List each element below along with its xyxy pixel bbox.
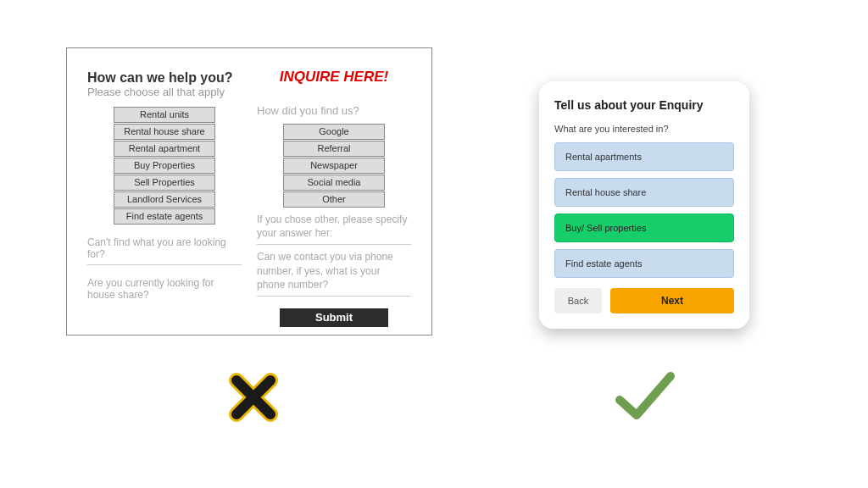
back-button[interactable]: Back [554, 288, 602, 313]
submit-button[interactable]: Submit [280, 308, 388, 327]
input-line[interactable] [257, 291, 411, 297]
option-rental-house-share[interactable]: Rental house share [554, 178, 734, 207]
findus-other[interactable]: Other [283, 191, 385, 208]
findus-google[interactable]: Google [283, 124, 385, 140]
option-find-estate-agents[interactable]: Find estate agents [554, 249, 734, 278]
option-sell-properties[interactable]: Sell Properties [114, 175, 215, 191]
option-landlord-services[interactable]: Landlord Services [114, 191, 215, 208]
findus-newspaper[interactable]: Newspaper [283, 158, 385, 174]
option-rental-apartments[interactable]: Rental apartments [554, 142, 734, 171]
card-actions: Back Next [554, 288, 734, 313]
cross-icon [226, 370, 281, 424]
option-rental-house-share[interactable]: Rental house share [114, 124, 215, 140]
option-buy-sell-properties[interactable]: Buy/ Sell properties [554, 214, 734, 242]
prompt-cant-find: Can't find what you are looking for? [87, 236, 242, 260]
inquire-heading: INQUIRE HERE! [257, 69, 411, 86]
good-form-example: Tell us about your Enquiry What are you … [539, 81, 749, 329]
other-specify-prompt: If you chose other, please specify your … [257, 213, 411, 240]
contact-phone-prompt: Can we contact you via phone number, if … [257, 250, 411, 291]
findus-social-media[interactable]: Social media [283, 175, 385, 191]
option-buy-properties[interactable]: Buy Properties [114, 158, 215, 174]
option-rental-apartment[interactable]: Rental apartment [114, 141, 215, 157]
card-question: What are you interested in? [554, 124, 734, 134]
bad-form-example: How can we help you? Please choose all t… [66, 47, 432, 336]
form-subheading: Please choose all that apply [87, 86, 242, 98]
find-us-question: How did you find us? [257, 104, 411, 117]
prompt-house-share: Are you currently looking for house shar… [87, 277, 242, 301]
input-line[interactable] [257, 240, 411, 245]
form-heading: How can we help you? [87, 70, 242, 86]
card-title: Tell us about your Enquiry [554, 98, 734, 112]
check-icon [613, 369, 677, 424]
input-line[interactable] [87, 260, 242, 265]
findus-referral[interactable]: Referral [283, 141, 385, 157]
right-column: INQUIRE HERE! How did you find us? Googl… [257, 65, 411, 327]
option-find-estate-agents[interactable]: Find estate agents [114, 208, 215, 225]
next-button[interactable]: Next [610, 288, 734, 313]
left-column: How can we help you? Please choose all t… [87, 65, 242, 327]
option-rental-units[interactable]: Rental units [114, 107, 215, 123]
